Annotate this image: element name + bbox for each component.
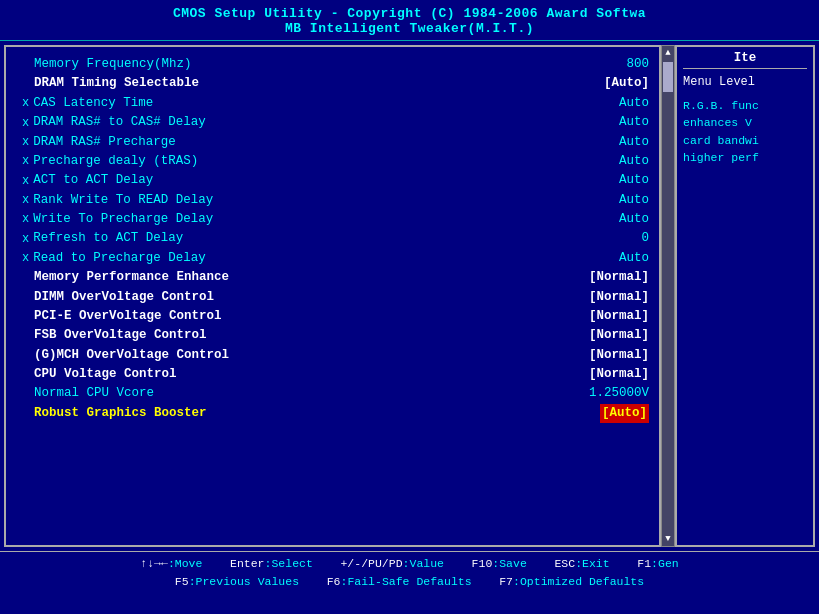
menu-item[interactable]: Memory Performance Enhance[Normal] [22, 268, 649, 287]
menu-item[interactable]: DRAM Timing Selectable[Auto] [22, 74, 649, 93]
menu-item-label: xRank Write To READ Delay [22, 191, 213, 210]
menu-item-label: xACT to ACT Delay [22, 171, 153, 190]
menu-item[interactable]: FSB OverVoltage Control[Normal] [22, 326, 649, 345]
menu-item-label: Memory Performance Enhance [22, 268, 229, 287]
menu-item[interactable]: (G)MCH OverVoltage Control[Normal] [22, 346, 649, 365]
menu-item-label: xDRAM RAS# Precharge [22, 133, 176, 152]
menu-item[interactable]: xDRAM RAS# to CAS# DelayAuto [22, 113, 649, 132]
menu-item-label: DIMM OverVoltage Control [22, 288, 214, 307]
menu-item[interactable]: xDRAM RAS# PrechargeAuto [22, 133, 649, 152]
menu-item-text: FSB OverVoltage Control [34, 326, 207, 345]
menu-item-value: Auto [619, 152, 649, 171]
menu-item-value: 0 [641, 229, 649, 248]
menu-item-label: Memory Frequency(Mhz) [22, 55, 192, 74]
menu-item-value: Auto [619, 191, 649, 210]
menu-item-text: Write To Precharge Delay [33, 210, 213, 229]
menu-panel: Memory Frequency(Mhz)800DRAM Timing Sele… [4, 45, 661, 547]
footer-line1: ↑↓→←:Move Enter:Select +/-/PU/PD:Value F… [10, 555, 809, 573]
menu-item-text: Robust Graphics Booster [34, 404, 207, 423]
main-area: Memory Frequency(Mhz)800DRAM Timing Sele… [0, 41, 819, 551]
footer: ↑↓→←:Move Enter:Select +/-/PU/PD:Value F… [0, 551, 819, 605]
menu-item[interactable]: Normal CPU Vcore1.25000V [22, 384, 649, 403]
scrollbar[interactable]: ▲ ▼ [661, 45, 675, 547]
menu-item-prefix: x [22, 230, 29, 249]
menu-item-label: xCAS Latency Time [22, 94, 153, 113]
menu-item-text: (G)MCH OverVoltage Control [34, 346, 229, 365]
menu-item[interactable]: xRank Write To READ DelayAuto [22, 191, 649, 210]
menu-item-text: CPU Voltage Control [34, 365, 177, 384]
menu-item-text: Memory Frequency(Mhz) [34, 55, 192, 74]
menu-item-value: [Normal] [589, 326, 649, 345]
menu-item-label: Robust Graphics Booster [22, 404, 207, 423]
scroll-up-arrow[interactable]: ▲ [665, 48, 670, 58]
info-panel-description: R.G.B. funcenhances Vcard bandwihigher p… [683, 97, 807, 166]
menu-item-value: [Normal] [589, 346, 649, 365]
menu-item-text: DIMM OverVoltage Control [34, 288, 214, 307]
menu-item-prefix: x [22, 191, 29, 210]
menu-item-value: [Normal] [589, 365, 649, 384]
menu-item-prefix: x [22, 152, 29, 171]
menu-item[interactable]: xCAS Latency TimeAuto [22, 94, 649, 113]
menu-item-label: xRefresh to ACT Delay [22, 229, 183, 248]
menu-item[interactable]: xRefresh to ACT Delay0 [22, 229, 649, 248]
menu-item[interactable]: DIMM OverVoltage Control[Normal] [22, 288, 649, 307]
menu-item-label: (G)MCH OverVoltage Control [22, 346, 229, 365]
menu-item-value: 800 [626, 55, 649, 74]
menu-item-value: 1.25000V [589, 384, 649, 403]
menu-item-text: Read to Precharge Delay [33, 249, 206, 268]
menu-item-value: Auto [619, 113, 649, 132]
menu-item[interactable]: Robust Graphics Booster[Auto] [22, 404, 649, 423]
scroll-thumb[interactable] [663, 62, 673, 92]
menu-item[interactable]: CPU Voltage Control[Normal] [22, 365, 649, 384]
menu-item-label: Normal CPU Vcore [22, 384, 154, 403]
menu-item-prefix: x [22, 172, 29, 191]
menu-item-value: [Normal] [589, 268, 649, 287]
menu-item-label: DRAM Timing Selectable [22, 74, 199, 93]
menu-item-text: Refresh to ACT Delay [33, 229, 183, 248]
menu-item-text: Normal CPU Vcore [34, 384, 154, 403]
menu-item-prefix: x [22, 94, 29, 113]
menu-item[interactable]: Memory Frequency(Mhz)800 [22, 55, 649, 74]
menu-item-value: Auto [619, 171, 649, 190]
menu-item[interactable]: xRead to Precharge DelayAuto [22, 249, 649, 268]
menu-item-label: CPU Voltage Control [22, 365, 177, 384]
menu-item-text: DRAM RAS# to CAS# Delay [33, 113, 206, 132]
header: CMOS Setup Utility - Copyright (C) 1984-… [0, 0, 819, 41]
menu-item-label: xWrite To Precharge Delay [22, 210, 213, 229]
menu-item-label: FSB OverVoltage Control [22, 326, 207, 345]
menu-item[interactable]: xACT to ACT DelayAuto [22, 171, 649, 190]
menu-item-label: PCI-E OverVoltage Control [22, 307, 222, 326]
menu-item-text: PCI-E OverVoltage Control [34, 307, 222, 326]
menu-item-value: Auto [619, 210, 649, 229]
scroll-down-arrow[interactable]: ▼ [665, 534, 670, 544]
info-panel-subtitle: Menu Level [683, 75, 807, 89]
menu-item-text: Rank Write To READ Delay [33, 191, 213, 210]
header-title-line1: CMOS Setup Utility - Copyright (C) 1984-… [0, 6, 819, 21]
menu-item-prefix: x [22, 114, 29, 133]
menu-item[interactable]: xWrite To Precharge DelayAuto [22, 210, 649, 229]
menu-item-label: xDRAM RAS# to CAS# Delay [22, 113, 206, 132]
menu-item-text: Memory Performance Enhance [34, 268, 229, 287]
menu-item-value: Auto [619, 133, 649, 152]
menu-item-text: ACT to ACT Delay [33, 171, 153, 190]
menu-item-label: xPrecharge dealy (tRAS) [22, 152, 198, 171]
menu-item-value: [Normal] [589, 288, 649, 307]
menu-item-text: CAS Latency Time [33, 94, 153, 113]
menu-item-value: [Auto] [604, 74, 649, 93]
menu-item-prefix: x [22, 249, 29, 268]
info-panel: Ite Menu Level R.G.B. funcenhances Vcard… [675, 45, 815, 547]
header-title-line2: MB Intelligent Tweaker(M.I.T.) [0, 21, 819, 36]
menu-item-prefix: x [22, 210, 29, 229]
menu-item[interactable]: PCI-E OverVoltage Control[Normal] [22, 307, 649, 326]
menu-item-text: DRAM RAS# Precharge [33, 133, 176, 152]
menu-item-text: Precharge dealy (tRAS) [33, 152, 198, 171]
left-section: Memory Frequency(Mhz)800DRAM Timing Sele… [0, 41, 675, 551]
menu-item-value: [Auto] [600, 404, 649, 423]
menu-item-text: DRAM Timing Selectable [34, 74, 199, 93]
menu-item-prefix: x [22, 133, 29, 152]
menu-item-label: xRead to Precharge Delay [22, 249, 206, 268]
menu-item[interactable]: xPrecharge dealy (tRAS)Auto [22, 152, 649, 171]
menu-item-value: Auto [619, 94, 649, 113]
info-panel-title: Ite [683, 51, 807, 69]
footer-line2: F5:Previous Values F6:Fail-Safe Defaults… [10, 573, 809, 591]
